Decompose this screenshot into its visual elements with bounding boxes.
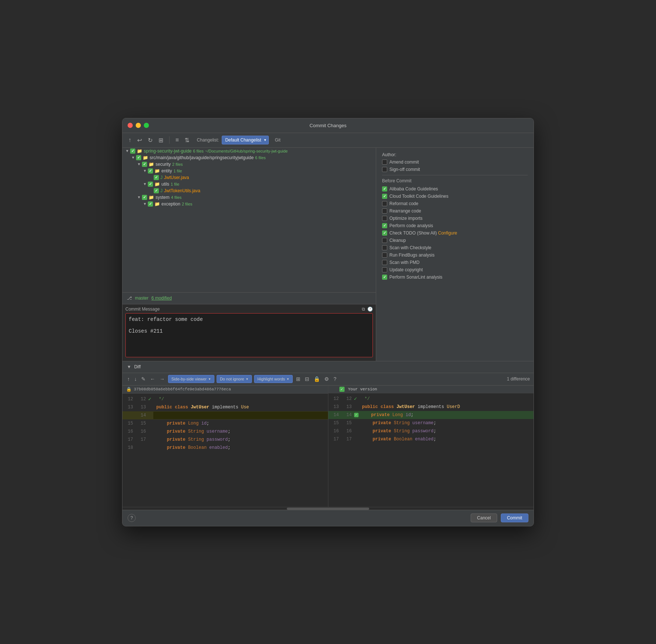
signoff-item: Sign-off commit [382, 167, 528, 172]
commit-message-input[interactable]: feat: refactor some code Closes #211 [125, 313, 373, 357]
commit-msg-label-text: Commit Message [125, 307, 160, 312]
update-icon[interactable]: ↑ [127, 136, 133, 144]
commit-message-area: Commit Message ⧉ 🕐 feat: refactor some c… [122, 304, 376, 361]
option-checkstyle-checkbox[interactable] [382, 245, 387, 250]
entity-checkbox[interactable] [148, 168, 153, 173]
line-code: private Boolean enabled; [154, 445, 233, 450]
option-rearrange-checkbox[interactable] [382, 208, 387, 214]
option-checkstyle: Scan with Checkstyle [382, 245, 528, 250]
before-commit-label: Before Commit [382, 178, 528, 183]
maximize-button[interactable] [144, 123, 149, 128]
tree-security[interactable]: ▼ 📁 security 2 files [122, 161, 376, 168]
option-findbugs-checkbox[interactable] [382, 253, 387, 258]
tree-root[interactable]: ▼ 📁 spring-security-jwt-guide 6 files ~/… [122, 148, 376, 154]
signoff-checkbox[interactable] [382, 167, 387, 172]
edit-icon[interactable]: ✎ [140, 375, 147, 383]
configure-link[interactable]: Configure [438, 230, 457, 236]
toolbar: ↑ ↩ ↻ ⊞ ≡ ⇅ Changelist: Default Changeli… [122, 133, 534, 148]
src-checkbox[interactable] [136, 155, 141, 160]
back-icon[interactable]: ← [149, 375, 156, 383]
option-cleanup-checkbox[interactable] [382, 238, 387, 243]
commit-button[interactable]: Commit [501, 514, 528, 522]
root-checkbox[interactable] [130, 149, 135, 154]
tree-utils[interactable]: ▼ 📁 utils 1 file [122, 181, 376, 187]
security-checkbox[interactable] [142, 162, 147, 167]
exception-checkbox[interactable] [148, 201, 153, 207]
jwtusr-checkbox[interactable] [154, 175, 159, 180]
diff-scrollbar[interactable] [287, 508, 369, 510]
tree-src[interactable]: ▼ 📁 src/main/java/github/javaguide/sprin… [122, 154, 376, 161]
tree-exception[interactable]: ▼ 📁 exception 2 files [122, 201, 376, 207]
merge-icon[interactable]: ⊟ [304, 375, 310, 383]
option-todo-checkbox[interactable] [382, 230, 387, 236]
branch-bar: ⎇ master 6 modified [122, 292, 376, 304]
minimize-button[interactable] [136, 123, 141, 128]
modified-badge[interactable]: 6 modified [151, 296, 172, 301]
option-sonarlint-label: Perform SonarLint analysis [389, 275, 442, 280]
diff-line-added: 14 14 private Long id; [328, 411, 534, 419]
group-icon[interactable]: ⊞ [157, 136, 165, 144]
ignore-btn[interactable]: Do not ignore [217, 375, 252, 383]
side-by-side-btn[interactable]: Side-by-side viewer [168, 375, 214, 383]
diff-title: Diff [134, 364, 141, 369]
close-button[interactable] [128, 123, 133, 128]
tree-system[interactable]: ▼ 📁 system 4 files [122, 194, 376, 201]
diff-content: 🔒 37b08db050a6ebb6f64fcfe9e3abd486a7776e… [122, 386, 534, 507]
highlight-btn[interactable]: Highlight words [254, 375, 293, 383]
help-diff-icon[interactable]: ? [332, 375, 338, 383]
line-code: public class JwtUser implements UserD [360, 404, 462, 409]
jwtutils-name: JwtTokenUtils.java [164, 188, 200, 193]
diff-line: 16 16 private String password; [328, 427, 534, 435]
diff-collapse-icon[interactable]: ▼ [127, 364, 131, 369]
tree-entity[interactable]: ▼ 📁 entity 1 file [122, 168, 376, 174]
utils-checkbox[interactable] [148, 182, 153, 187]
option-sonarlint-checkbox[interactable] [382, 275, 387, 280]
root-count: 6 files [193, 149, 204, 153]
line-code: private String password; [360, 429, 439, 434]
amend-commit-checkbox[interactable] [382, 160, 387, 165]
amend-commit-label: Amend commit [389, 160, 419, 165]
changelist-label: Changelist: [197, 137, 219, 143]
history-icon[interactable]: 🕐 [367, 307, 373, 312]
option-alibaba-label: Alibaba Code Guidelines [389, 186, 438, 192]
option-alibaba-checkbox[interactable] [382, 186, 387, 192]
line-code: private Boolean enabled; [360, 437, 439, 442]
diff-line: 16 16 private String username; [122, 427, 328, 436]
option-perform-code-checkbox[interactable] [382, 223, 387, 228]
option-cloud-toolkit-checkbox[interactable] [382, 194, 387, 199]
option-pmd-checkbox[interactable] [382, 260, 387, 265]
refresh-icon[interactable]: ↻ [146, 136, 154, 144]
src-count: 6 files [255, 155, 266, 160]
changelist-dropdown[interactable]: Default Changelist [222, 136, 269, 144]
tree-jwtutils[interactable]: ▷ J JwtTokenUtils.java [122, 187, 376, 194]
undo-icon[interactable]: ↩ [136, 136, 143, 144]
option-copyright-checkbox[interactable] [382, 267, 387, 272]
scroll-down-icon[interactable]: ↓ [133, 375, 138, 383]
jwtutils-checkbox[interactable] [154, 188, 159, 193]
line-code: public class JwtUser implements Use [154, 405, 251, 410]
scroll-up-icon[interactable]: ↑ [126, 375, 131, 383]
forward-icon[interactable]: → [158, 375, 166, 383]
option-reformat-checkbox[interactable] [382, 201, 387, 206]
diff-line: 13 13 public class JwtUser implements Us… [122, 403, 328, 411]
lock-icon[interactable]: 🔒 [313, 375, 321, 383]
diff-right-lines: 12 12 ✓ */ 13 13 [328, 393, 534, 445]
root-path: ~/Documents/GitHub/spring-security-jwt-g… [205, 149, 288, 153]
option-optimize-checkbox[interactable] [382, 216, 387, 221]
settings-icon[interactable]: ⚙ [323, 375, 330, 383]
help-button[interactable]: ? [128, 514, 136, 522]
right-checkbox[interactable] [339, 387, 345, 392]
line-code: private Long id; [359, 412, 416, 418]
columns-icon[interactable]: ⊞ [295, 375, 302, 383]
line-include-checkbox[interactable] [354, 413, 359, 417]
sort-icon[interactable]: ≡ [174, 136, 180, 144]
system-checkbox[interactable] [142, 195, 147, 200]
option-reformat-label: Reformat code [389, 201, 418, 206]
option-copyright: Update copyright [382, 267, 528, 272]
copy-icon[interactable]: ⧉ [362, 307, 365, 312]
tree-jwtusr[interactable]: ▷ J JwtUser.java [122, 174, 376, 181]
security-count: 2 files [172, 162, 183, 167]
option-cloud-toolkit: Cloud Toolkit Code Guidelines [382, 194, 528, 199]
cancel-button[interactable]: Cancel [471, 514, 497, 522]
filter-icon[interactable]: ⇅ [183, 136, 191, 144]
